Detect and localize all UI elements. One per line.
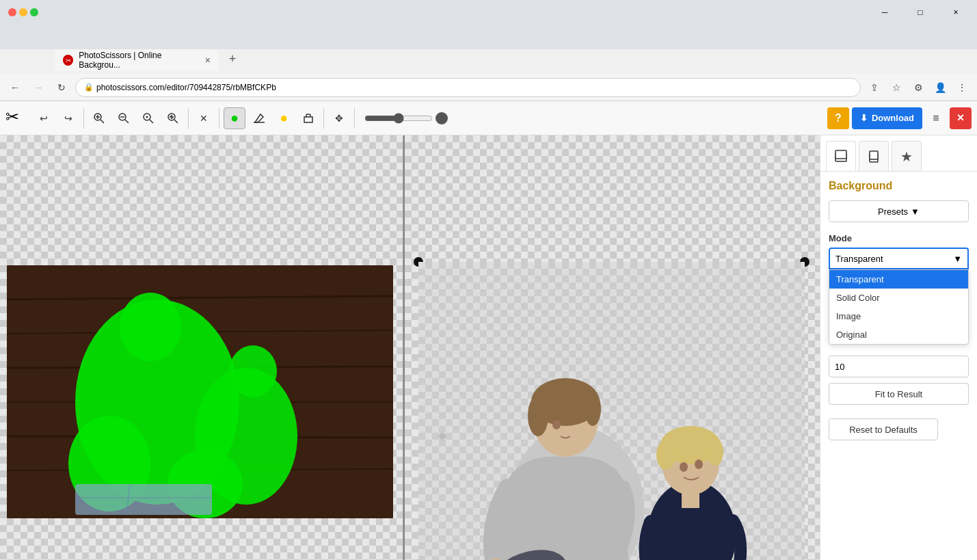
svg-point-50: [680, 462, 688, 472]
tab-title: PhotoScissors | Online Backgrou...: [79, 51, 200, 70]
cutout-image: [439, 330, 767, 560]
menu-hamburger-button[interactable]: ≡: [925, 107, 947, 129]
green-marker-button[interactable]: ●: [224, 107, 245, 129]
yellow-marker-button[interactable]: ●: [273, 107, 295, 129]
copy-icon: [866, 149, 881, 164]
green-overlay: [7, 265, 393, 518]
address-bar[interactable]: 🔒 photoscissors.com/editor/709442875/rbM…: [75, 78, 861, 97]
minimize-button[interactable]: ─: [869, 2, 900, 23]
star-icon: ★: [900, 148, 913, 165]
svg-rect-62: [835, 150, 846, 159]
title-bar: ─ □ ×: [0, 0, 977, 25]
svg-point-25: [120, 293, 181, 361]
tab-close-button[interactable]: ×: [205, 55, 211, 66]
svg-point-9: [146, 116, 148, 118]
close-editor-button[interactable]: ×: [950, 107, 972, 129]
brush-size-slider[interactable]: [364, 113, 433, 124]
source-panel: [0, 135, 403, 560]
toolbar-separator-3: [219, 108, 219, 129]
section-title: Background: [829, 180, 969, 192]
svg-point-48: [656, 440, 675, 470]
cancel-tool-button[interactable]: ✕: [193, 107, 215, 129]
dropdown-item-image[interactable]: Image: [829, 307, 968, 325]
toolbar-separator-5: [354, 108, 355, 129]
zoom-in-button[interactable]: [88, 107, 110, 129]
mode-select-value: Transparent: [835, 254, 883, 264]
close-window-button[interactable]: ×: [940, 2, 972, 23]
extension-icon[interactable]: ⚙: [909, 78, 928, 97]
toolbar-separator-2: [188, 108, 189, 129]
result-panel[interactable]: [405, 135, 820, 560]
zoom-fit-button[interactable]: [162, 107, 184, 129]
tab-background[interactable]: [826, 141, 856, 171]
nav-right-icons: ⇪ ☆ ⚙ 👤 ⋮: [865, 78, 972, 97]
mode-dropdown: Transparent Solid Color Image Original: [829, 269, 969, 345]
brush-preview: [436, 112, 448, 124]
download-button[interactable]: ⬇ Download: [852, 107, 922, 129]
svg-point-51: [695, 459, 703, 469]
artifact-dot: [439, 433, 446, 440]
dropdown-item-transparent[interactable]: Transparent: [829, 270, 968, 289]
tab-star[interactable]: ★: [892, 141, 922, 171]
svg-rect-52: [682, 491, 699, 508]
app-logo: ✂: [5, 107, 27, 129]
tab-copy[interactable]: [859, 141, 889, 171]
mode-select-container: Transparent ▼ Transparent Solid Color Im…: [829, 248, 969, 345]
mode-label: Mode: [829, 233, 969, 243]
new-tab-button[interactable]: +: [223, 49, 242, 68]
red-eraser-button[interactable]: [297, 107, 319, 129]
svg-point-36: [528, 395, 548, 436]
source-bg: [7, 265, 393, 518]
share-icon[interactable]: ⇪: [865, 78, 884, 97]
svg-point-49: [707, 438, 723, 466]
mode-select-chevron: ▼: [953, 254, 962, 264]
active-tab[interactable]: ✂ PhotoScissors | Online Backgrou... ×: [55, 49, 219, 71]
tab-favicon: ✂: [63, 55, 73, 66]
toolbar-right-actions: ? ⬇ Download ≡ ×: [827, 107, 972, 129]
back-button[interactable]: ←: [5, 78, 25, 97]
redo-button[interactable]: ↪: [57, 107, 79, 129]
presets-button[interactable]: Presets ▼: [829, 200, 969, 222]
move-tool-button[interactable]: ✥: [328, 107, 350, 129]
right-sidebar: ★ Background Presets ▼ Mode Transparent …: [820, 135, 977, 560]
layers-icon: [833, 148, 848, 163]
svg-line-11: [174, 120, 178, 123]
svg-line-1: [101, 120, 104, 123]
profile-icon[interactable]: 👤: [931, 78, 950, 97]
help-button[interactable]: ?: [827, 107, 849, 129]
bookmark-icon[interactable]: ☆: [887, 78, 906, 97]
presets-label: Presets: [878, 206, 908, 217]
marker-eraser-button[interactable]: [248, 107, 270, 129]
margin-input[interactable]: [829, 356, 969, 377]
reset-defaults-button[interactable]: Reset to Defaults: [829, 418, 938, 440]
nav-bar: ← → ↻ 🔒 photoscissors.com/editor/7094428…: [0, 74, 977, 101]
sidebar-tabs: ★: [820, 135, 977, 172]
address-text: photoscissors.com/editor/709442875/rbMBf…: [96, 83, 276, 92]
toolbar-separator-4: [323, 108, 324, 129]
presets-arrow: ▼: [911, 206, 920, 217]
forward-button[interactable]: →: [29, 78, 48, 97]
dropdown-item-solid-color[interactable]: Solid Color: [829, 289, 968, 307]
maximize-button[interactable]: □: [905, 2, 936, 23]
brush-size-container: [364, 112, 448, 124]
result-selection: [418, 262, 805, 560]
dropdown-item-original[interactable]: Original: [829, 325, 968, 344]
source-image: [7, 265, 393, 518]
zoom-out-button[interactable]: [113, 107, 135, 129]
zoom-reset-button[interactable]: [137, 107, 159, 129]
main-area: ★ Background Presets ▼ Mode Transparent …: [0, 135, 977, 560]
download-icon: ⬇: [860, 113, 868, 123]
menu-icon[interactable]: ⋮: [952, 78, 972, 97]
tab-bar: ✂ PhotoScissors | Online Backgrou... × +: [0, 25, 977, 49]
svg-point-38: [552, 420, 561, 429]
svg-rect-30: [75, 484, 212, 515]
download-label: Download: [872, 113, 914, 123]
lock-icon: 🔒: [84, 83, 94, 92]
svg-rect-64: [870, 151, 878, 159]
svg-line-8: [150, 120, 153, 123]
fit-result-button[interactable]: Fit to Result: [829, 383, 969, 405]
undo-button[interactable]: ↩: [33, 107, 55, 129]
refresh-button[interactable]: ↻: [52, 78, 71, 97]
svg-point-37: [585, 392, 601, 426]
mode-select[interactable]: Transparent ▼: [829, 248, 969, 269]
